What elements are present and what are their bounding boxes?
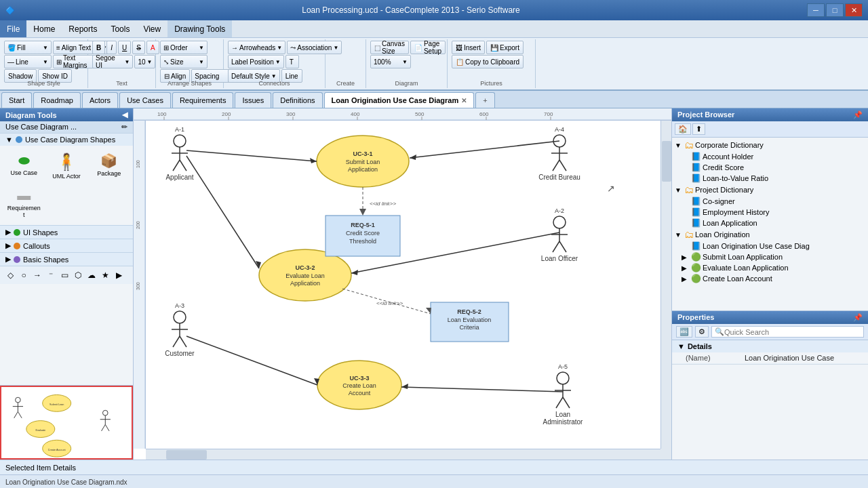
menu-reports[interactable]: Reports bbox=[62, 20, 104, 37]
label-pos-dropdown[interactable]: Label Position ▼ bbox=[228, 55, 284, 68]
properties-pin-icon[interactable]: 📌 bbox=[853, 313, 863, 322]
tree-loan-origination[interactable]: ▼ 🗂 Loan Origination bbox=[672, 228, 868, 241]
font-dropdown[interactable]: Segoe UI ▼ bbox=[92, 55, 133, 68]
nav-back-btn[interactable]: 🏠 bbox=[675, 123, 691, 135]
shape-category-header[interactable]: Use Case Diagram ... ✏ bbox=[0, 121, 133, 133]
diamond-tool[interactable]: ◇ bbox=[4, 269, 16, 281]
tree-corporate-dict[interactable]: ▼ 🗂 Corporate Dictionary bbox=[672, 139, 868, 151]
tree-create-loan-account[interactable]: ▶ 🟢 Create Loan Account bbox=[672, 273, 868, 284]
minimize-button[interactable]: ─ bbox=[807, 3, 825, 17]
req-loan-eval[interactable]: REQ-5-2 Loan Evaluation Criteria bbox=[431, 302, 509, 342]
tab-requirements[interactable]: Requirements bbox=[172, 92, 233, 108]
tree-loan-value-ratio[interactable]: 📘 Loan-to-Value Ratio bbox=[672, 173, 868, 184]
panel-collapse-icon[interactable]: ◀ bbox=[122, 110, 127, 119]
line-dropdown[interactable]: — Line ▼ bbox=[4, 55, 52, 68]
text-connector-btn[interactable]: T bbox=[285, 55, 299, 68]
tree-credit-score[interactable]: 📘 Credit Score bbox=[672, 162, 868, 173]
pin-icon[interactable]: 📌 bbox=[853, 110, 863, 119]
circle-tool[interactable]: ○ bbox=[18, 269, 30, 281]
tab-close-icon[interactable]: ✕ bbox=[461, 97, 467, 104]
star-tool[interactable]: ★ bbox=[99, 269, 111, 281]
category-expand-icon3: ▶ bbox=[5, 241, 11, 250]
usecase-submit-loan[interactable]: UC-3-1 Submit Loan Application bbox=[317, 136, 409, 187]
idlink-label-2: <<id link>> bbox=[376, 300, 403, 306]
italic-btn[interactable]: I bbox=[106, 41, 117, 54]
tree-loan-orig-diagram[interactable]: 📘 Loan Origination Use Case Diag bbox=[672, 241, 868, 251]
category-basic-shapes[interactable]: ▶ Basic Shapes bbox=[0, 252, 133, 266]
insert-btn[interactable]: 🖼 Insert bbox=[452, 41, 485, 54]
tree-evaluate-loan-app[interactable]: ▶ 🟢 Evaluate Loan Application bbox=[672, 262, 868, 273]
order-dropdown[interactable]: ⊞ Order ▼ bbox=[160, 41, 208, 54]
horizontal-scrollbar[interactable] bbox=[146, 449, 660, 460]
add-tab-button[interactable]: + bbox=[475, 92, 494, 108]
arrowheads-dropdown[interactable]: → Arrowheads ▼ bbox=[228, 41, 285, 54]
menu-view[interactable]: View bbox=[136, 20, 167, 37]
tree-project-dict[interactable]: ▼ 🗂 Project Dictionary bbox=[672, 184, 868, 196]
more-tool[interactable]: ▶ bbox=[113, 269, 125, 281]
tree-co-signer[interactable]: 📘 Co-signer bbox=[672, 196, 868, 207]
arrow-tool[interactable]: → bbox=[31, 269, 43, 281]
cloud-tool[interactable]: ☁ bbox=[85, 269, 98, 281]
category-use-case-shapes[interactable]: ▼ Use Case Diagram Shapes bbox=[0, 133, 133, 146]
sort-btn[interactable]: 🔤 bbox=[676, 326, 692, 338]
svg-text:100: 100 bbox=[136, 160, 140, 168]
tab-issues[interactable]: Issues bbox=[235, 92, 271, 108]
svg-text:700: 700 bbox=[544, 111, 553, 117]
menu-tools[interactable]: Tools bbox=[104, 20, 136, 37]
zoom-dropdown[interactable]: 100% ▼ bbox=[370, 55, 411, 68]
rect-tool[interactable]: ▭ bbox=[58, 269, 71, 281]
size-dropdown[interactable]: 10 ▼ bbox=[134, 55, 155, 68]
maximize-button[interactable]: □ bbox=[826, 3, 844, 17]
menu-drawing-tools[interactable]: Drawing Tools bbox=[167, 20, 232, 37]
svg-text:Credit Score: Credit Score bbox=[346, 230, 380, 237]
strikethrough-btn[interactable]: S bbox=[132, 41, 145, 54]
ribbon: 🪣 Fill ▼ ≡ Align Text ▼ — Line ▼ ⊞ bbox=[0, 38, 868, 91]
tab-actors[interactable]: Actors bbox=[82, 92, 118, 108]
shape-uml-actor[interactable]: 🧍 UML Actor bbox=[47, 150, 87, 182]
shape-package[interactable]: 📦 Package bbox=[89, 150, 129, 182]
details-section-header[interactable]: ▼ Details bbox=[672, 340, 868, 352]
shape-use-case[interactable]: ⬬ Use Case bbox=[4, 150, 44, 182]
text-group-label: Text bbox=[88, 80, 155, 87]
tree-loan-application[interactable]: 📘 Loan Application bbox=[672, 218, 868, 228]
underline-btn[interactable]: U bbox=[118, 41, 131, 54]
search-box[interactable]: 🔍 bbox=[711, 326, 864, 338]
usecase-create-loan[interactable]: UC-3-3 Create Loan Account bbox=[317, 361, 401, 409]
svg-text:UC-3-2: UC-3-2 bbox=[295, 264, 315, 271]
category-ui-shapes[interactable]: ▶ UI Shapes bbox=[0, 225, 133, 239]
usecase-evaluate-loan[interactable]: UC-3-2 Evaluate Loan Application bbox=[259, 249, 351, 301]
diagram-canvas[interactable]: A-1 Applicant A-4 Credit Bureau bbox=[146, 121, 660, 449]
tree-employment-history[interactable]: 📘 Employment History bbox=[672, 207, 868, 218]
category-dot3 bbox=[14, 243, 20, 249]
nav-fwd-btn[interactable]: ⬆ bbox=[692, 123, 705, 135]
size-dropdown2[interactable]: ⤡ Size ▼ bbox=[160, 55, 208, 68]
req-credit-score[interactable]: REQ-5-1 Credit Score Threshold bbox=[326, 216, 400, 256]
tree-account-holder[interactable]: 📘 Account Holder bbox=[672, 151, 868, 162]
page-setup-btn[interactable]: 📄 Page Setup bbox=[410, 41, 446, 54]
canvas-size-btn[interactable]: ⬚ Canvas Size bbox=[370, 41, 409, 54]
fill-dropdown[interactable]: 🪣 Fill ▼ bbox=[4, 41, 52, 54]
tab-definitions[interactable]: Definitions bbox=[273, 92, 322, 108]
svg-text:Evaluate Loan: Evaluate Loan bbox=[285, 272, 325, 279]
shape-requirement[interactable]: ▬ Requirement bbox=[4, 185, 44, 221]
category-callouts[interactable]: ▶ Callouts bbox=[0, 239, 133, 252]
hexagon-tool[interactable]: ⬡ bbox=[72, 269, 84, 281]
tab-start[interactable]: Start bbox=[1, 92, 32, 108]
bold-btn[interactable]: B bbox=[92, 41, 105, 54]
idlink-label-1: <<id link>> bbox=[370, 201, 396, 207]
tab-roadmap[interactable]: Roadmap bbox=[33, 92, 81, 108]
copy-clipboard-btn[interactable]: 📋 Copy to Clipboard bbox=[452, 55, 524, 68]
vertical-scrollbar[interactable] bbox=[660, 121, 671, 449]
menu-home[interactable]: Home bbox=[26, 20, 62, 37]
svg-text:Threshold: Threshold bbox=[349, 238, 376, 245]
tab-use-cases[interactable]: Use Cases bbox=[119, 92, 171, 108]
line-tool[interactable]: ⁻ bbox=[45, 269, 57, 281]
tree-submit-loan-app[interactable]: ▶ 🟢 Submit Loan Application bbox=[672, 251, 868, 262]
tab-loan-origination[interactable]: Loan Origination Use Case Diagram ✕ bbox=[324, 92, 475, 108]
search-input[interactable] bbox=[724, 328, 861, 336]
menu-file[interactable]: File bbox=[0, 20, 26, 37]
svg-point-66 bbox=[557, 372, 569, 384]
export-btn[interactable]: 💾 Export bbox=[486, 41, 524, 54]
filter-btn[interactable]: ⚙ bbox=[695, 326, 709, 338]
close-button[interactable]: ✕ bbox=[845, 3, 863, 17]
